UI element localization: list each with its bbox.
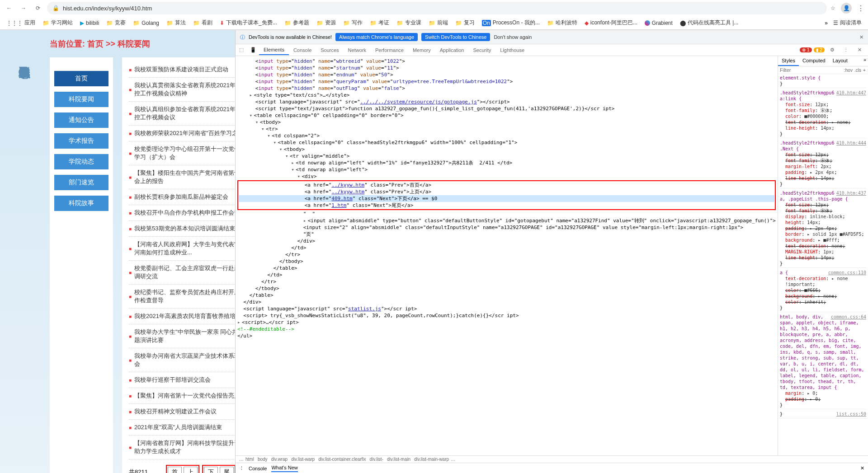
close-devtools-icon[interactable]: ✕ [854,44,865,56]
news-item[interactable]: ■【河南省教育厅网】河南科技学院提升资助育人实效 助力学生成长成才 [129,436,235,459]
news-item[interactable]: ■校纪委书记、监察专员贺杰赴冉庄村开展乡村振兴工作检查督导 [129,285,235,309]
tab-console[interactable]: Console [289,46,316,55]
apps-button[interactable]: ⋮⋮⋮ 应用 [4,18,38,28]
drawer-tab-whatsnew[interactable]: What's New [271,465,297,472]
cls-toggle[interactable]: .cls [854,68,861,73]
bookmark-folder[interactable]: 📁学习网站 [40,18,75,28]
sidebar-item-story[interactable]: 科院故事 [54,196,108,211]
breadcrumb-segment[interactable]: html [245,457,254,462]
news-item[interactable]: ■校党委理论学习中心组召开第十一次党代会精神专题学习（扩大）会 [129,141,235,165]
bookmark-item[interactable]: OnProcessOn - 我的... [479,18,542,28]
breadcrumb-segment[interactable]: div.list-main [387,457,410,462]
styles-tab-computed[interactable]: Computed [799,56,829,66]
styles-rules[interactable]: element.style {}410.htm:447.headStyle2ft… [778,74,868,455]
banner-switch-lang-button[interactable]: Switch DevTools to Chinese [421,33,490,41]
tab-network[interactable]: Network [344,46,371,55]
styles-filter-input[interactable] [780,67,842,73]
sidebar-item-news[interactable]: 科院要闻 [54,92,108,107]
bookmark-folder[interactable]: 📁资源 [314,18,339,28]
breadcrumb-segment[interactable]: div.list-container.clearfix [318,457,366,462]
tab-application[interactable]: Application [435,46,469,55]
styles-more-icon[interactable]: » [862,56,868,66]
news-item[interactable]: ■我校召开精神文明建设工作会议 [129,404,235,420]
bookmark-folder[interactable]: 📁哈利波特 [544,18,580,28]
drawer-more-icon[interactable]: ⋮ [239,465,244,471]
news-item[interactable]: ■我校认真贯彻落实全省教育系统2021年秋冬季疫情防控工作视频会议精神 [129,78,235,102]
news-item[interactable]: ■我校举行巡察干部培训交流会 [129,372,235,388]
bookmark-folder[interactable]: 📁前端 [426,18,451,28]
banner-dismiss-link[interactable]: Don't show again [494,34,532,40]
sidebar-item-notice[interactable]: 通知公告 [54,112,108,128]
news-item[interactable]: ■我校举办大学生"中华民族一家亲 同心共筑中国梦"主题演讲比赛 [129,324,235,348]
hov-toggle[interactable]: :hov [844,68,853,73]
tab-lighthouse[interactable]: Lighthouse [495,46,529,55]
forward-button[interactable]: → [18,3,29,14]
breadcrumb-segment[interactable]: div.wrap [271,457,288,462]
profile-icon[interactable]: 👤 [841,3,852,14]
browser-menu-icon[interactable]: ⋮ [857,4,864,13]
bookmark-folder[interactable]: 📁参考题 [282,18,312,28]
tab-sources[interactable]: Sources [316,46,343,55]
sidebar-item-college[interactable]: 学院动态 [54,154,108,169]
bookmark-star-icon[interactable]: ☆ [830,5,835,11]
bookmark-folder[interactable]: 📁考证 [367,18,392,28]
news-item[interactable]: ■2021年度"双高"人员培训圆满结束 [129,420,235,436]
tab-performance[interactable]: Performance [371,46,408,55]
news-item[interactable]: ■我校举办河南省大宗蔬菜产业技术体系现场观摩交流会 [129,348,235,372]
next-page-button[interactable]: 下页 [204,467,218,473]
news-item[interactable]: ■我校第53期党的基本知识培训圆满结束 [129,221,235,237]
news-item[interactable]: ■我校教师荣获2021年河南省"百姓学习之星"称号 [129,126,235,141]
styles-tab-styles[interactable]: Styles [778,56,799,66]
bookmark-item[interactable]: ▶bilibili [77,19,102,27]
drawer-close-icon[interactable]: ✕ [860,465,864,471]
news-item[interactable]: ■副校长贾积身参加南瓜新品种鉴定会 [129,189,235,205]
banner-match-lang-button[interactable]: Always match Chrome's language [335,33,418,41]
breadcrumb-segment[interactable]: div.list- [370,457,383,462]
news-item[interactable]: ■我校2021年高素质农民培育畜牧养殖培训班开班 [129,309,235,324]
styles-tab-layout[interactable]: Layout [829,56,851,66]
bookmark-folder[interactable]: 📁算法 [164,18,189,28]
news-item[interactable]: ■我校双重预防体系建设项目正式启动 [129,62,235,78]
breadcrumb-segment[interactable]: div.list-warp [291,457,315,462]
breadcrumb-segment[interactable]: body [258,457,268,462]
bookmark-folder[interactable]: 📁复习 [453,18,477,28]
bookmark-item[interactable]: Grabient [642,19,675,27]
news-item[interactable]: ■【聚焦】河南省第十一次党代会报告亮点 [129,388,235,404]
sidebar-item-dept[interactable]: 部门速览 [54,175,108,190]
first-page-button[interactable]: 首页 [168,467,182,473]
error-count-badge[interactable]: ⊗ 1 [800,47,811,52]
bookmark-folder[interactable]: 📁写作 [340,18,365,28]
news-item[interactable]: ■我校认真组织参加全省教育系统2021年秋冬季疫情防控工作视频会议 [129,102,235,126]
drawer-tab-console[interactable]: Console [249,466,267,471]
inspect-icon[interactable]: ⬚ [236,44,247,56]
news-item[interactable]: ■校党委副书记、工会主席宦双虎一行赴新乡工程学院调研交流 [129,261,235,285]
news-item[interactable]: ■【河南省人民政府网】大学生与党代表"面对面"——河南如何打造成种业... [129,237,235,261]
add-rule-icon[interactable]: + [863,68,866,73]
more-icon[interactable]: ⋮ [840,44,852,56]
banner-close-icon[interactable]: ✕ [859,34,863,40]
tab-memory[interactable]: Memory [408,46,435,55]
dom-breadcrumb[interactable]: … html body div.wrap div.list-warp div.l… [236,455,868,463]
device-toggle-icon[interactable]: 📱 [247,44,259,56]
elements-tree[interactable]: <input type="hidden" name="wbtreeid" val… [236,56,778,455]
tab-security[interactable]: Security [469,46,496,55]
sidebar-item-home[interactable]: 首页 [54,71,108,86]
bookmark-folder[interactable]: 📁Golang [130,19,162,27]
sidebar-item-report[interactable]: 学术报告 [54,133,108,149]
bookmark-item[interactable]: ◆iconfont-阿里巴巴... [582,18,640,28]
address-bar[interactable]: 🔒 hist.edu.cn/index/sy/kyyw/410.htm [47,2,827,14]
last-page-button[interactable]: 尾页 [220,467,234,473]
bookmark-item[interactable]: ⬤代码在线高亮工具 |... [677,18,741,28]
news-item[interactable]: ■【聚焦】楼阳生在中国共产党河南省第十一次代表大会上的报告 [129,165,235,189]
tab-elements[interactable]: Elements [259,45,289,55]
bookmark-folder[interactable]: 📁竞赛 [104,18,128,28]
back-button[interactable]: ← [4,3,14,14]
breadcrumb-segment[interactable]: div.list-main-warp [414,457,449,462]
warn-count-badge[interactable]: ▮ 2 [814,47,825,52]
prev-page-button[interactable]: 上页 [184,467,198,473]
reading-list-button[interactable]: ☰ 阅读清单 [830,18,864,28]
news-item[interactable]: ■我校召开中乌合作办学机构申报工作会议 [129,205,235,221]
bookmark-folder[interactable]: 📁专业课 [394,18,424,28]
bookmark-item[interactable]: ⬇下载电子课本_免费... [217,18,280,28]
bookmark-overflow[interactable]: » [825,20,828,26]
